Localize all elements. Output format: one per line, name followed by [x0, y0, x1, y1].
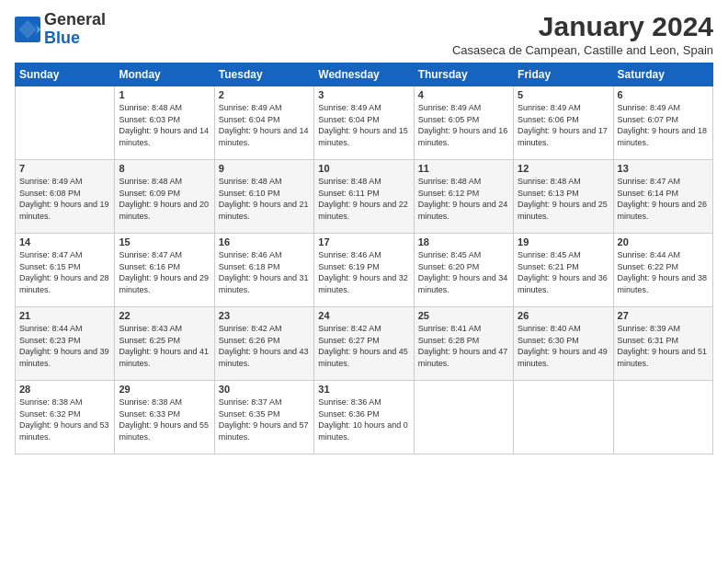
day-number: 16 [219, 236, 310, 247]
day-number: 6 [618, 89, 709, 100]
day-info: Sunrise: 8:47 AMSunset: 6:15 PMDaylight:… [19, 250, 109, 294]
day-cell: 13Sunrise: 8:47 AMSunset: 6:14 PMDayligh… [613, 160, 712, 234]
month-title: January 2024 [452, 11, 713, 41]
day-cell: 25Sunrise: 8:41 AMSunset: 6:28 PMDayligh… [414, 307, 513, 381]
logo-icon [15, 17, 40, 42]
day-info: Sunrise: 8:49 AMSunset: 6:04 PMDaylight:… [318, 103, 408, 147]
day-info: Sunrise: 8:48 AMSunset: 6:12 PMDaylight:… [418, 177, 508, 221]
day-cell: 10Sunrise: 8:48 AMSunset: 6:11 PMDayligh… [314, 160, 414, 234]
day-cell: 3Sunrise: 8:49 AMSunset: 6:04 PMDaylight… [314, 86, 414, 160]
day-cell: 6Sunrise: 8:49 AMSunset: 6:07 PMDaylight… [613, 86, 712, 160]
col-friday: Friday [514, 63, 613, 86]
day-number: 19 [518, 236, 609, 247]
day-number: 21 [19, 310, 110, 321]
day-number: 24 [318, 310, 409, 321]
header-row: Sunday Monday Tuesday Wednesday Thursday… [16, 63, 713, 86]
day-info: Sunrise: 8:41 AMSunset: 6:28 PMDaylight:… [418, 324, 508, 368]
logo-text-general: General [44, 11, 106, 29]
day-cell: 30Sunrise: 8:37 AMSunset: 6:35 PMDayligh… [214, 381, 313, 454]
calendar-page: General Blue January 2024 Casaseca de Ca… [0, 0, 728, 563]
day-cell: 19Sunrise: 8:45 AMSunset: 6:21 PMDayligh… [514, 234, 613, 307]
day-number: 13 [618, 163, 709, 174]
col-tuesday: Tuesday [214, 63, 313, 86]
day-info: Sunrise: 8:48 AMSunset: 6:13 PMDaylight:… [518, 177, 608, 221]
day-number: 18 [418, 236, 509, 247]
day-cell: 28Sunrise: 8:38 AMSunset: 6:32 PMDayligh… [16, 381, 115, 454]
day-info: Sunrise: 8:49 AMSunset: 6:07 PMDaylight:… [618, 103, 708, 147]
day-info: Sunrise: 8:49 AMSunset: 6:04 PMDaylight:… [219, 103, 309, 147]
week-row-4: 28Sunrise: 8:38 AMSunset: 6:32 PMDayligh… [16, 381, 713, 454]
day-number: 9 [219, 163, 310, 174]
col-thursday: Thursday [414, 63, 513, 86]
day-info: Sunrise: 8:42 AMSunset: 6:27 PMDaylight:… [318, 324, 408, 368]
day-info: Sunrise: 8:39 AMSunset: 6:31 PMDaylight:… [618, 324, 708, 368]
day-number: 2 [219, 89, 310, 100]
day-info: Sunrise: 8:47 AMSunset: 6:16 PMDaylight:… [119, 250, 209, 294]
week-row-1: 7Sunrise: 8:49 AMSunset: 6:08 PMDaylight… [16, 160, 713, 234]
day-cell: 9Sunrise: 8:48 AMSunset: 6:10 PMDaylight… [214, 160, 313, 234]
day-cell [514, 381, 613, 454]
day-number: 7 [19, 163, 110, 174]
day-number: 28 [19, 384, 110, 395]
day-number: 5 [518, 89, 609, 100]
day-cell: 23Sunrise: 8:42 AMSunset: 6:26 PMDayligh… [214, 307, 313, 381]
day-info: Sunrise: 8:48 AMSunset: 6:09 PMDaylight:… [119, 177, 209, 221]
day-cell: 14Sunrise: 8:47 AMSunset: 6:15 PMDayligh… [16, 234, 115, 307]
day-number: 12 [518, 163, 609, 174]
day-number: 22 [119, 310, 210, 321]
day-info: Sunrise: 8:48 AMSunset: 6:10 PMDaylight:… [219, 177, 309, 221]
day-info: Sunrise: 8:48 AMSunset: 6:11 PMDaylight:… [318, 177, 408, 221]
calendar-header: Sunday Monday Tuesday Wednesday Thursday… [16, 63, 713, 86]
day-cell: 11Sunrise: 8:48 AMSunset: 6:12 PMDayligh… [414, 160, 513, 234]
day-cell: 27Sunrise: 8:39 AMSunset: 6:31 PMDayligh… [613, 307, 712, 381]
day-info: Sunrise: 8:36 AMSunset: 6:36 PMDaylight:… [318, 397, 408, 442]
day-cell: 29Sunrise: 8:38 AMSunset: 6:33 PMDayligh… [115, 381, 214, 454]
day-info: Sunrise: 8:44 AMSunset: 6:22 PMDaylight:… [618, 250, 708, 294]
day-cell: 12Sunrise: 8:48 AMSunset: 6:13 PMDayligh… [514, 160, 613, 234]
logo-text-blue: Blue [44, 29, 106, 48]
calendar-body: 1Sunrise: 8:48 AMSunset: 6:03 PMDaylight… [16, 86, 713, 454]
day-cell: 31Sunrise: 8:36 AMSunset: 6:36 PMDayligh… [314, 381, 414, 454]
day-number: 4 [418, 89, 509, 100]
day-number: 25 [418, 310, 509, 321]
day-cell: 2Sunrise: 8:49 AMSunset: 6:04 PMDaylight… [214, 86, 313, 160]
day-cell [16, 86, 115, 160]
day-number: 26 [518, 310, 609, 321]
day-info: Sunrise: 8:49 AMSunset: 6:05 PMDaylight:… [418, 103, 508, 147]
day-number: 17 [318, 236, 409, 247]
week-row-3: 21Sunrise: 8:44 AMSunset: 6:23 PMDayligh… [16, 307, 713, 381]
day-number: 11 [418, 163, 509, 174]
week-row-2: 14Sunrise: 8:47 AMSunset: 6:15 PMDayligh… [16, 234, 713, 307]
day-cell [613, 381, 712, 454]
day-number: 20 [618, 236, 709, 247]
day-number: 30 [219, 384, 310, 395]
day-info: Sunrise: 8:46 AMSunset: 6:18 PMDaylight:… [219, 250, 309, 294]
day-cell: 18Sunrise: 8:45 AMSunset: 6:20 PMDayligh… [414, 234, 513, 307]
col-sunday: Sunday [16, 63, 115, 86]
day-info: Sunrise: 8:49 AMSunset: 6:06 PMDaylight:… [518, 103, 608, 147]
day-cell: 15Sunrise: 8:47 AMSunset: 6:16 PMDayligh… [115, 234, 214, 307]
day-cell: 4Sunrise: 8:49 AMSunset: 6:05 PMDaylight… [414, 86, 513, 160]
day-number: 1 [119, 89, 210, 100]
day-info: Sunrise: 8:49 AMSunset: 6:08 PMDaylight:… [19, 177, 109, 221]
col-monday: Monday [115, 63, 214, 86]
day-info: Sunrise: 8:48 AMSunset: 6:03 PMDaylight:… [119, 103, 209, 147]
header: General Blue January 2024 Casaseca de Ca… [15, 11, 713, 57]
day-info: Sunrise: 8:45 AMSunset: 6:21 PMDaylight:… [518, 250, 608, 294]
day-info: Sunrise: 8:42 AMSunset: 6:26 PMDaylight:… [219, 324, 309, 368]
day-info: Sunrise: 8:44 AMSunset: 6:23 PMDaylight:… [19, 324, 109, 368]
calendar-table: Sunday Monday Tuesday Wednesday Thursday… [15, 63, 713, 454]
day-info: Sunrise: 8:43 AMSunset: 6:25 PMDaylight:… [119, 324, 209, 368]
logo: General Blue [15, 11, 106, 48]
day-info: Sunrise: 8:46 AMSunset: 6:19 PMDaylight:… [318, 250, 408, 294]
day-number: 8 [119, 163, 210, 174]
day-cell: 1Sunrise: 8:48 AMSunset: 6:03 PMDaylight… [115, 86, 214, 160]
day-info: Sunrise: 8:47 AMSunset: 6:14 PMDaylight:… [618, 177, 708, 221]
title-block: January 2024 Casaseca de Campean, Castil… [452, 11, 713, 57]
day-cell: 16Sunrise: 8:46 AMSunset: 6:18 PMDayligh… [214, 234, 313, 307]
day-info: Sunrise: 8:45 AMSunset: 6:20 PMDaylight:… [418, 250, 508, 294]
day-number: 3 [318, 89, 409, 100]
col-saturday: Saturday [613, 63, 712, 86]
day-cell: 20Sunrise: 8:44 AMSunset: 6:22 PMDayligh… [613, 234, 712, 307]
day-cell: 8Sunrise: 8:48 AMSunset: 6:09 PMDaylight… [115, 160, 214, 234]
